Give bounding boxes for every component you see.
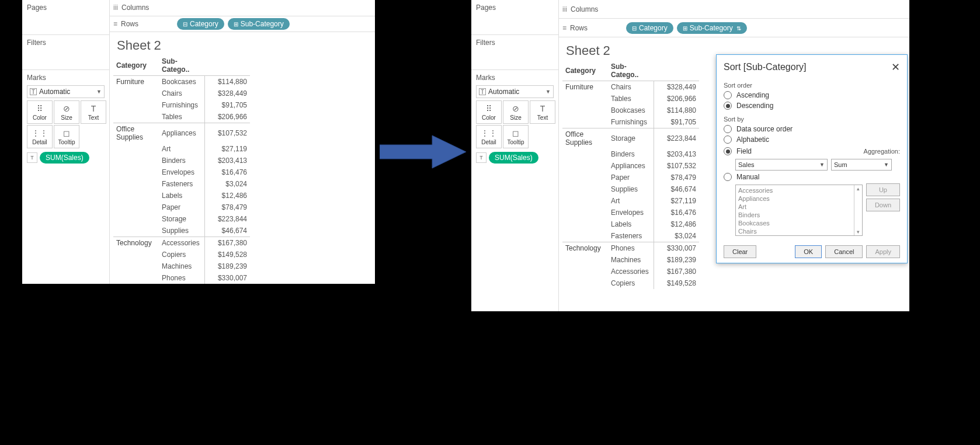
value-cell[interactable]: $149,528 — [654, 277, 699, 289]
category-cell[interactable]: Office Supplies — [113, 123, 159, 144]
value-cell[interactable]: $46,674 — [204, 225, 250, 237]
up-button[interactable]: Up — [866, 183, 900, 196]
value-cell[interactable]: $328,449 — [204, 88, 250, 99]
detail-button[interactable]: ⋮⋮Detail — [476, 125, 502, 148]
subcategory-cell[interactable]: Appliances — [608, 160, 654, 172]
subcategory-cell[interactable]: Labels — [608, 218, 654, 230]
category-cell[interactable] — [562, 116, 608, 128]
category-cell[interactable] — [562, 93, 608, 105]
subcategory-cell[interactable]: Fasteners — [159, 178, 204, 190]
down-button[interactable]: Down — [866, 199, 900, 211]
value-cell[interactable]: $223,844 — [654, 128, 699, 149]
size-button[interactable]: ⊘Size — [503, 100, 529, 124]
close-icon[interactable]: ✕ — [891, 61, 900, 74]
subcategory-cell[interactable]: Copiers — [608, 277, 654, 289]
category-cell[interactable] — [562, 148, 608, 160]
category-cell[interactable] — [113, 99, 159, 111]
manual-item[interactable]: Chairs — [738, 227, 852, 235]
subcategory-cell[interactable]: Art — [159, 143, 204, 155]
category-cell[interactable] — [113, 166, 159, 178]
value-cell[interactable]: $223,844 — [204, 213, 250, 225]
value-cell[interactable]: $149,528 — [204, 249, 250, 260]
category-cell[interactable] — [562, 266, 608, 277]
value-cell[interactable]: $91,705 — [654, 116, 699, 128]
category-cell[interactable] — [113, 143, 159, 155]
subcategory-cell[interactable]: Phones — [159, 272, 204, 284]
category-cell[interactable] — [113, 155, 159, 166]
subcategory-cell[interactable]: Machines — [608, 254, 654, 266]
text-mark-indicator-icon[interactable]: T — [27, 152, 37, 163]
manual-item[interactable]: Accessories — [738, 186, 852, 194]
header-subcategory[interactable]: Sub-Catego.. — [159, 55, 204, 76]
category-cell[interactable] — [113, 213, 159, 225]
detail-button[interactable]: ⋮⋮Detail — [27, 125, 53, 148]
category-pill[interactable]: ⊟Category — [177, 18, 224, 30]
subcategory-cell[interactable]: Accessories — [608, 266, 654, 277]
subcategory-cell[interactable]: Supplies — [608, 183, 654, 195]
cancel-button[interactable]: Cancel — [825, 245, 863, 258]
value-cell[interactable]: $107,532 — [204, 123, 250, 144]
subcategory-cell[interactable]: Storage — [608, 128, 654, 149]
color-button[interactable]: ⠿Color — [476, 100, 502, 124]
clear-button[interactable]: Clear — [724, 245, 756, 258]
rows-shelf[interactable]: ≡ Rows ⊟Category ⊞Sub-Category⇅ — [559, 19, 909, 37]
subcategory-pill[interactable]: ⊞Sub-Category — [228, 18, 290, 30]
subcategory-cell[interactable]: Tables — [608, 93, 654, 105]
value-cell[interactable]: $3,024 — [204, 178, 250, 190]
subcategory-cell[interactable]: Bookcases — [608, 105, 654, 116]
value-cell[interactable]: $16,476 — [654, 207, 699, 218]
category-cell[interactable] — [562, 207, 608, 218]
subcategory-cell[interactable]: Paper — [608, 172, 654, 183]
filters-shelf[interactable]: Filters — [22, 35, 109, 70]
tooltip-button[interactable]: ◻Tooltip — [54, 125, 79, 148]
value-cell[interactable]: $91,705 — [204, 99, 250, 111]
value-cell[interactable]: $78,479 — [654, 172, 699, 183]
pages-shelf[interactable]: Pages — [471, 0, 558, 35]
manual-item[interactable]: Bookcases — [738, 219, 852, 227]
value-cell[interactable]: $189,239 — [654, 254, 699, 266]
value-cell[interactable]: $16,476 — [204, 166, 250, 178]
category-cell[interactable] — [562, 230, 608, 242]
subcategory-cell[interactable]: Appliances — [159, 123, 204, 144]
value-cell[interactable]: $107,532 — [654, 160, 699, 172]
alphabetic-radio[interactable]: Alphabetic — [724, 135, 900, 144]
value-cell[interactable]: $12,486 — [654, 218, 699, 230]
subcategory-cell[interactable]: Labels — [159, 190, 204, 201]
category-cell[interactable]: Furniture — [562, 81, 608, 93]
value-cell[interactable]: $3,024 — [654, 230, 699, 242]
header-category[interactable]: Category — [562, 61, 608, 81]
category-cell[interactable]: Technology — [562, 242, 608, 255]
category-cell[interactable] — [562, 160, 608, 172]
category-cell[interactable] — [113, 190, 159, 201]
value-cell[interactable]: $27,119 — [654, 195, 699, 207]
category-cell[interactable] — [113, 272, 159, 284]
value-cell[interactable]: $206,966 — [654, 93, 699, 105]
subcategory-cell[interactable]: Art — [608, 195, 654, 207]
subcategory-cell[interactable]: Bookcases — [159, 76, 204, 88]
manual-listbox[interactable]: AccessoriesAppliancesArtBindersBookcases… — [735, 185, 863, 236]
sum-sales-pill[interactable]: SUM(Sales) — [40, 152, 89, 164]
value-cell[interactable]: $206,966 — [204, 111, 250, 123]
category-cell[interactable]: Technology — [113, 237, 159, 249]
manual-item[interactable]: Art — [738, 203, 852, 211]
ascending-radio[interactable]: Ascending — [724, 91, 900, 99]
category-cell[interactable] — [113, 201, 159, 213]
header-subcategory[interactable]: Sub-Catego.. — [608, 61, 654, 81]
category-cell[interactable] — [562, 218, 608, 230]
category-pill[interactable]: ⊟Category — [626, 22, 673, 34]
header-category[interactable]: Category — [113, 55, 159, 76]
category-cell[interactable]: Furniture — [113, 76, 159, 88]
category-cell[interactable] — [562, 105, 608, 116]
text-mark-indicator-icon[interactable]: T — [476, 152, 486, 163]
tooltip-button[interactable]: ◻Tooltip — [503, 125, 529, 148]
subcategory-cell[interactable]: Machines — [159, 260, 204, 272]
manual-item[interactable]: Appliances — [738, 194, 852, 203]
value-cell[interactable]: $189,239 — [204, 260, 250, 272]
subcategory-cell[interactable]: Binders — [159, 155, 204, 166]
category-cell[interactable] — [562, 254, 608, 266]
category-cell[interactable] — [113, 225, 159, 237]
category-cell[interactable] — [113, 88, 159, 99]
category-cell[interactable] — [562, 195, 608, 207]
subcategory-pill-sorted[interactable]: ⊞Sub-Category⇅ — [677, 22, 747, 34]
color-button[interactable]: ⠿Color — [27, 100, 53, 124]
